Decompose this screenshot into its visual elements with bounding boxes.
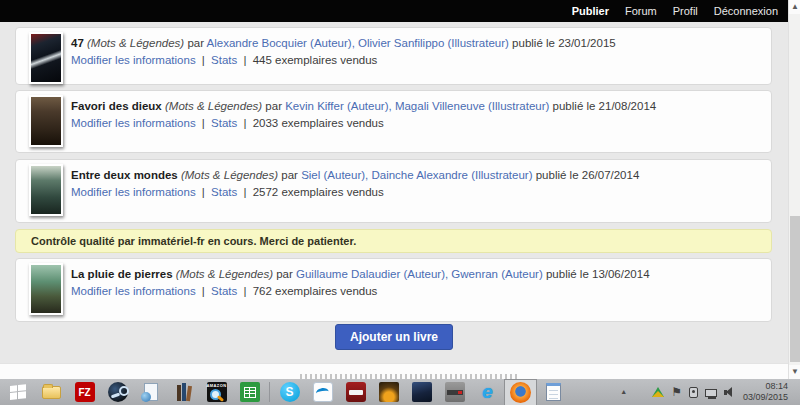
taskbar-clock[interactable]: 08:14 03/09/2015: [743, 381, 792, 403]
clock-time: 08:14: [743, 381, 788, 392]
spreadsheet-button[interactable]: [233, 379, 266, 405]
file-explorer-button[interactable]: [35, 379, 68, 405]
book-row: Entre deux mondes (Mots & Légendes) par …: [15, 159, 772, 223]
book-cover-thumbnail[interactable]: [29, 95, 63, 147]
filezilla-button[interactable]: FZ: [68, 379, 101, 405]
modify-info-link[interactable]: Modifier les informations: [71, 186, 196, 198]
firefox-button[interactable]: [504, 379, 537, 405]
network-icon[interactable]: [705, 389, 717, 397]
page-footer: [0, 363, 788, 379]
sales-count: 2572 exemplaires vendus: [253, 186, 384, 198]
book-title: Favori des dieux: [71, 100, 162, 112]
separator: |: [243, 186, 246, 198]
notice-text: Contrôle qualité par immatériel-fr en co…: [16, 235, 356, 247]
topbar-link-publier[interactable]: Publier: [572, 5, 609, 17]
library-button[interactable]: [167, 379, 200, 405]
published-date: publié le 13/06/2014: [546, 268, 650, 280]
book-authors-link[interactable]: Siel (Auteur), Dainche Alexandre (Illust…: [301, 169, 532, 181]
book-title: 47: [71, 37, 84, 49]
book-info: La pluie de pierres (Mots & Légendes) pa…: [16, 259, 771, 300]
scroll-up-arrow-icon[interactable]: ▲: [789, 0, 800, 14]
par-label: par: [276, 268, 293, 280]
book-title-line: Favori des dieux (Mots & Légendes) par K…: [71, 98, 761, 115]
add-book-row: Ajouter un livre: [0, 324, 788, 350]
windows-taskbar: FZ AMAZON S e ▲ ⚑ 08:14 03/09/2015: [0, 379, 800, 405]
book-row: Favori des dieux (Mots & Légendes) par K…: [15, 90, 772, 153]
drive-sync-icon[interactable]: [652, 387, 664, 397]
internet-explorer-icon: e: [482, 382, 493, 402]
notepad-button[interactable]: [537, 379, 570, 405]
taskbar-divider: [269, 382, 270, 402]
internet-explorer-button[interactable]: e: [471, 379, 504, 405]
spreadsheet-icon: [240, 382, 260, 402]
steam-icon: [108, 382, 128, 402]
vertical-scrollbar[interactable]: ▲ ▼: [788, 0, 800, 379]
book-cover-thumbnail[interactable]: [29, 32, 63, 84]
stats-link[interactable]: Stats: [211, 285, 237, 297]
book-series: (Mots & Légendes): [87, 37, 184, 49]
separator: |: [243, 285, 246, 297]
separator: |: [202, 285, 205, 297]
book-info: Favori des dieux (Mots & Légendes) par K…: [16, 91, 771, 132]
topbar-link-profil[interactable]: Profil: [673, 5, 698, 17]
book-title: La pluie de pierres: [71, 268, 173, 280]
topbar-link-deconnexion[interactable]: Déconnexion: [714, 5, 778, 17]
book-authors-link[interactable]: Kevin Kiffer (Auteur), Magali Villeneuve…: [285, 100, 549, 112]
modify-info-link[interactable]: Modifier les informations: [71, 54, 196, 66]
game-app-2-button[interactable]: [405, 379, 438, 405]
windows-logo-icon: [10, 384, 27, 401]
stats-link[interactable]: Stats: [211, 54, 237, 66]
modify-info-link[interactable]: Modifier les informations: [71, 117, 196, 129]
sales-count: 445 exemplaires vendus: [253, 54, 378, 66]
game-app-icon-2: [412, 382, 432, 402]
topbar-link-forum[interactable]: Forum: [625, 5, 657, 17]
skype-icon: S: [280, 382, 300, 402]
published-date: publié le 23/01/2015: [512, 37, 616, 49]
book-cover-thumbnail[interactable]: [29, 263, 63, 315]
book-cover-thumbnail[interactable]: [29, 164, 63, 216]
steam-button[interactable]: [101, 379, 134, 405]
openoffice-button[interactable]: [306, 379, 339, 405]
folder-icon: [42, 386, 61, 399]
published-date: publié le 21/08/2014: [553, 100, 657, 112]
separator: |: [202, 54, 205, 66]
stats-link[interactable]: Stats: [211, 117, 237, 129]
book-authors-link[interactable]: Alexandre Bocquier (Auteur), Olivier San…: [207, 37, 509, 49]
volume-icon[interactable]: [724, 387, 736, 398]
separator: |: [202, 117, 205, 129]
system-tray: ▲ ⚑ 08:14 03/09/2015: [614, 381, 798, 403]
scrollbar-thumb[interactable]: [790, 216, 800, 362]
scroll-down-arrow-icon[interactable]: ▼: [789, 365, 800, 379]
add-book-button[interactable]: Ajouter un livre: [335, 324, 453, 350]
modify-info-link[interactable]: Modifier les informations: [71, 285, 196, 297]
skype-button[interactable]: S: [273, 379, 306, 405]
separator: |: [243, 54, 246, 66]
quality-control-notice: Contrôle qualité par immatériel-fr en co…: [15, 229, 772, 253]
separator: |: [243, 117, 246, 129]
book-title-line: La pluie de pierres (Mots & Légendes) pa…: [71, 266, 761, 283]
book-authors-link[interactable]: Guillaume Dalaudier (Auteur), Gwenran (A…: [296, 268, 543, 280]
action-center-flag-icon[interactable]: ⚑: [671, 387, 682, 397]
start-button[interactable]: [2, 379, 35, 405]
stats-link[interactable]: Stats: [211, 186, 237, 198]
amazon-search-icon: AMAZON: [207, 382, 227, 402]
clock-date: 03/09/2015: [743, 392, 788, 403]
windows-tray-icon[interactable]: [634, 388, 645, 397]
red-app-button[interactable]: [339, 379, 372, 405]
notepad-icon: [546, 383, 561, 401]
book-title: Entre deux mondes: [71, 169, 178, 181]
game-app-1-button[interactable]: [372, 379, 405, 405]
device-tray-icon[interactable]: [689, 387, 698, 398]
amazon-search-button[interactable]: AMAZON: [200, 379, 233, 405]
filezilla-icon: FZ: [75, 382, 95, 402]
media-app-button[interactable]: [438, 379, 471, 405]
book-actions-line: Modifier les informations | Stats | 445 …: [71, 52, 761, 69]
sales-count: 762 exemplaires vendus: [253, 285, 378, 297]
ebook-reader-button[interactable]: [134, 379, 167, 405]
par-label: par: [265, 100, 282, 112]
par-label: par: [281, 169, 298, 181]
book-series: (Mots & Légendes): [176, 268, 273, 280]
book-actions-line: Modifier les informations | Stats | 2572…: [71, 184, 761, 201]
hidden-icons-chevron-icon[interactable]: ▲: [620, 387, 627, 397]
sales-count: 2033 exemplaires vendus: [253, 117, 384, 129]
